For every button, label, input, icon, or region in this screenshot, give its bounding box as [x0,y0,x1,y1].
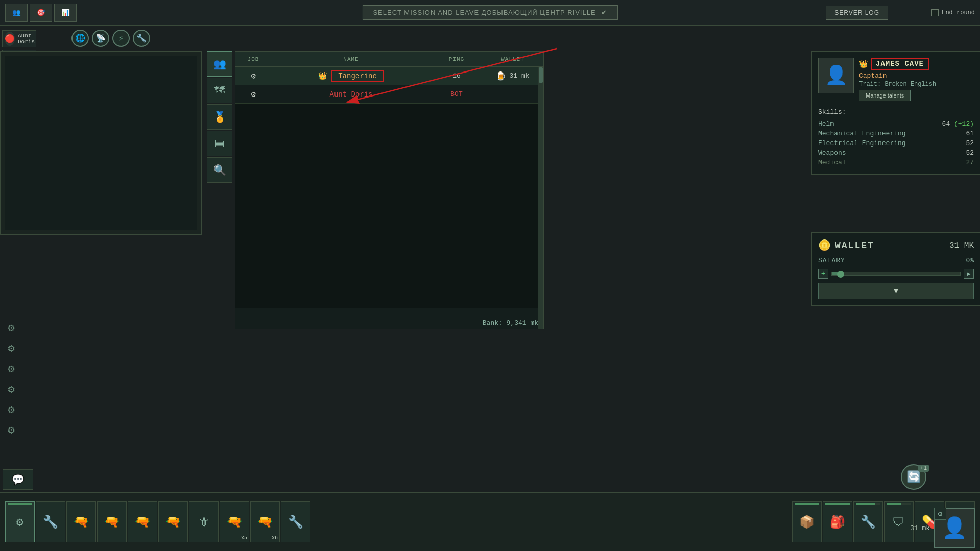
wallet-mug-icon: 🍺 [496,71,506,81]
tangerine-crown-icon: 👑 [318,71,327,80]
col-header-job: JOB [235,56,271,62]
crew-row-aunt-doris[interactable]: ⚙ Aunt Doris BOT [235,85,543,104]
settings-icon-5[interactable]: ⚙ [2,400,20,419]
inv-right-slot-1[interactable]: 🎒 [823,501,852,542]
chat-button[interactable]: 💬 [3,469,33,490]
inv-slot-0-icon: ⚙ [16,515,23,530]
settings-icon-3[interactable]: ⚙ [2,360,20,378]
mission-button[interactable]: SELECT MISSION AND LEAVE ДОБЫВАЮЩИЙ ЦЕНТ… [362,5,617,20]
wallet-amount: 31 MK [949,241,974,250]
salary-track[interactable] [831,272,961,276]
crew-panel: JOB NAME PING WALLET ⚙ 👑 Tangerine 16 🍺 … [235,51,544,329]
skill-medical-value: 27 [966,159,974,166]
inv-slot-6[interactable]: 🗡 [189,501,219,542]
skill-mechanical-name: Mechanical Engineering [818,130,906,137]
skill-mechanical: Mechanical Engineering 61 [818,129,974,138]
char-crown-icon: 👑 [859,60,868,68]
inv-right-slot-0-icon: 📦 [799,515,815,530]
wallet-dropdown-btn[interactable]: ▼ [818,283,974,299]
skill-weapons: Weapons 52 [818,148,974,158]
skills-label: Skills: [818,108,974,116]
salary-handle[interactable] [837,271,844,278]
target-icon-btn[interactable]: 🎯 [30,4,52,22]
salary-label: SALARY [818,257,845,265]
settings-icon-1[interactable]: ⚙ [2,319,20,337]
char-avatar: 👤 [818,58,854,93]
tab-search[interactable]: 🔍 [207,157,232,183]
inv-slot-9[interactable]: 🔧 [281,501,310,542]
skill-helm: Helm 64 (+12) [818,119,974,129]
settings-icon-2[interactable]: ⚙ [2,339,20,357]
bottom-wallet-amount: 31 mk [910,524,930,532]
salary-percentage: 0% [966,257,974,265]
crew-scrollbar[interactable] [538,67,543,329]
inv-right-slot-2[interactable]: 🔧 [853,501,883,542]
aunt-doris-name-cell: Aunt Doris [271,90,431,99]
char-thumbnail[interactable]: 👤 ⚙ [934,508,975,548]
tangerine-ping: 16 [431,72,482,80]
tangerine-job-icon: ⚙ [235,71,271,81]
char-header: 👤 👑 JAMES CAVE Captain Trait: Broken Eng… [818,58,974,101]
tangerine-wallet: 🍺 31 mk [482,71,543,81]
inv-slot-2-icon: 🔫 [74,515,89,530]
wallet-icon: 🪙 [818,239,831,252]
plus-badge: +1 [918,465,929,472]
settings-icon-4[interactable]: ⚙ [2,380,20,398]
inv-slot-5-icon: 🔫 [165,515,181,530]
inv-slot-3-icon: 🔫 [104,515,119,530]
wrench-icon-btn[interactable]: 🔧 [133,30,150,47]
end-round-checkbox[interactable] [931,9,939,16]
tab-medals[interactable]: 🏅 [207,104,232,130]
crew-scroll-thumb [539,67,543,83]
inv-slot-4[interactable]: 🔫 [128,501,157,542]
aunt-doris-job-icon: ⚙ [235,89,271,100]
char-info-section: 👤 👑 JAMES CAVE Captain Trait: Broken Eng… [812,52,980,174]
tab-bunks[interactable]: 🛏 [207,131,232,156]
radio-icon-btn[interactable]: 📡 [92,30,109,47]
crew-table-empty [235,104,543,308]
inv-slot-1[interactable]: 🔧 [36,501,65,542]
settings-icon-6[interactable]: ⚙ [2,421,20,439]
wallet-title: WALLET [835,241,874,251]
inv-right-slot-0[interactable]: 📦 [792,501,822,542]
inv-right-slot-2-icon: 🔧 [861,515,876,530]
skill-medical: Medical 27 [818,158,974,167]
lightning-icon-btn[interactable]: ⚡ [112,30,130,47]
inv-slot-7[interactable]: 🔫 x5 [220,501,249,542]
inv-slot-6-icon: 🗡 [198,515,210,530]
char-name-badge: 👑 JAMES CAVE [859,58,974,70]
tab-crew[interactable]: 👥 [207,51,232,77]
salary-increase-btn[interactable]: ▶ [964,269,974,279]
inv-slot-8-count: x6 [272,535,278,541]
inv-slot-4-icon: 🔫 [135,515,150,530]
mission-text: SELECT MISSION AND LEAVE ДОБЫВАЮЩИЙ ЦЕНТ… [373,9,595,16]
inv-slot-8[interactable]: 🔫 x6 [250,501,280,542]
manage-talents-button[interactable]: Manage talents [859,90,911,101]
player-aunt-doris[interactable]: 🔴 Aunt Doris [2,30,36,47]
salary-decrease-btn[interactable]: + [818,269,828,279]
inv-slot-5[interactable]: 🔫 [158,501,188,542]
col-header-ping: PING [431,56,482,62]
char-trait: Trait: Broken English [859,81,974,88]
crew-row-tangerine[interactable]: ⚙ 👑 Tangerine 16 🍺 31 mk [235,67,543,85]
inv-right-slot-3[interactable]: 🛡 [884,501,914,542]
bottom-right-avatar-area: 31 mk 👤 ⚙ [910,508,975,548]
bank-info: Bank: 9,341 mk [477,317,543,329]
skill-weapons-value: 52 [966,149,974,157]
inv-slot-3[interactable]: 🔫 [97,501,127,542]
inv-slot-0[interactable]: ⚙ [5,501,35,542]
inv-right-slot-3-icon: 🛡 [893,515,905,530]
chart-icon-btn[interactable]: 📊 [54,4,77,22]
tab-map[interactable]: 🗺 [207,78,232,103]
thumb-settings-icon[interactable]: ⚙ [934,508,946,520]
map-inner [5,56,197,230]
crew-icon-btn[interactable]: 👥 [5,4,28,22]
globe-icon-btn[interactable]: 🌐 [71,30,89,47]
aunt-doris-name: Aunt Doris [329,90,372,99]
top-bar: 👥 🎯 📊 SELECT MISSION AND LEAVE ДОБЫВАЮЩИ… [0,0,980,26]
character-panel: 👤 👑 JAMES CAVE Captain Trait: Broken Eng… [811,51,980,175]
end-round-area: End round [931,9,975,16]
inv-slot-2[interactable]: 🔫 [66,501,96,542]
server-log-button[interactable]: SERVER LOG [826,6,888,20]
left-settings-icons: ⚙ ⚙ ⚙ ⚙ ⚙ ⚙ [0,317,22,441]
